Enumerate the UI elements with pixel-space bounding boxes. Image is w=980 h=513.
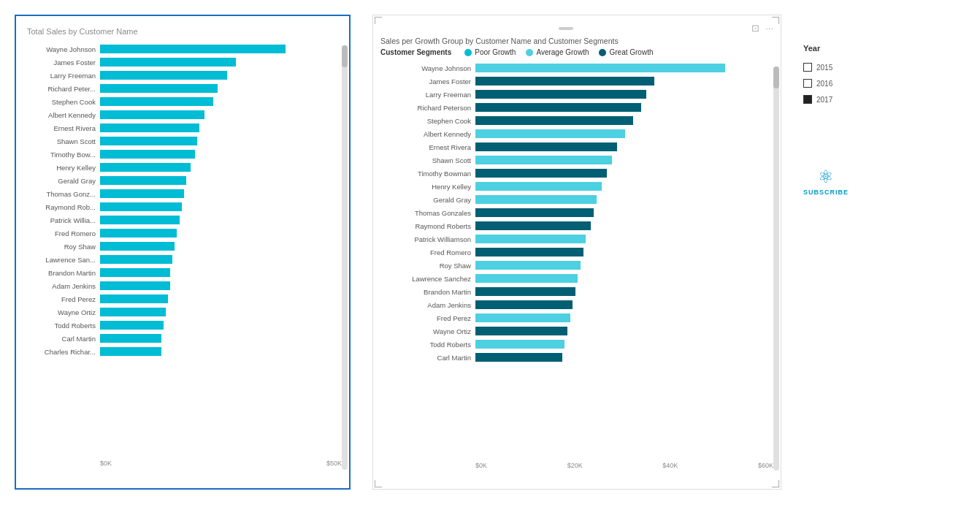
right-bar-fill [475, 142, 617, 151]
right-bar-row: Brandon Martin [380, 286, 773, 297]
legend-dot-avg [526, 49, 533, 56]
left-bar-row: Carl Martin [23, 332, 342, 344]
legend-dot-great [599, 49, 606, 56]
left-bar-row: Timothy Bow... [23, 148, 342, 160]
left-bar-label: James Foster [23, 58, 100, 66]
left-bar-label: Henry Kelley [23, 164, 100, 172]
left-bar-fill [100, 189, 184, 198]
left-bar-area [100, 346, 342, 357]
charts-container: Total Sales by Customer Name Wayne Johns… [0, 0, 980, 513]
right-bar-label: Timothy Bowman [380, 170, 475, 178]
right-bar-row: Henry Kelley [380, 180, 773, 192]
left-bar-row: Stephen Cook [23, 96, 342, 107]
left-bar-row: Fred Romero [23, 227, 342, 239]
left-bar-area [100, 293, 342, 305]
right-bar-label: Patrick Williamson [380, 235, 475, 243]
right-bar-area [475, 338, 773, 350]
right-bar-area [475, 233, 773, 245]
right-bar-fill [475, 327, 567, 335]
right-bar-label: Henry Kelley [380, 183, 475, 191]
year-checkbox-2015[interactable] [803, 63, 812, 72]
year-label-2015: 2015 [816, 64, 832, 72]
right-bar-row: Shawn Scott [380, 154, 773, 166]
right-bar-label: Richard Peterson [380, 104, 475, 112]
left-chart-title: Total Sales by Customer Name [23, 27, 342, 36]
right-bar-area [475, 154, 773, 166]
left-bar-label: Stephen Cook [23, 98, 100, 106]
right-bar-label: Larry Freeman [380, 91, 475, 99]
left-bar-area [100, 135, 342, 147]
drag-handle[interactable] [559, 27, 573, 30]
expand-icon[interactable]: ⊡ [751, 23, 759, 34]
left-bar-fill [100, 229, 177, 238]
left-bar-row: Shawn Scott [23, 135, 342, 147]
rx-label-3: $60K [758, 462, 773, 469]
right-bar-label: Fred Romero [380, 248, 475, 256]
left-bar-fill [100, 176, 186, 185]
right-bar-area [475, 102, 773, 113]
right-bar-row: Fred Romero [380, 246, 773, 258]
left-bar-fill [100, 321, 164, 330]
right-bar-label: Fred Perez [380, 314, 475, 322]
right-bar-fill [475, 314, 570, 322]
left-bar-label: Albert Kennedy [23, 111, 100, 119]
year-item-2017[interactable]: 2017 [803, 95, 849, 104]
right-bar-row: Timothy Bowman [380, 167, 773, 179]
right-bar-fill [475, 116, 633, 125]
right-bar-area [475, 62, 773, 74]
year-legend: Year 2015 2016 2017 [803, 22, 849, 104]
left-bar-row: Charles Richar... [23, 346, 342, 357]
left-bar-label: Wayne Johnson [23, 45, 100, 53]
right-bar-row: Wayne Johnson [380, 62, 773, 74]
right-scrollbar[interactable] [773, 66, 779, 471]
right-sidebar: Year 2015 2016 2017 ⚛ SUBSCRIBE [803, 15, 849, 196]
year-item-2016[interactable]: 2016 [803, 79, 849, 88]
right-bar-fill [475, 261, 581, 270]
corner-br [772, 480, 779, 487]
right-scrollbar-thumb[interactable] [773, 66, 779, 88]
left-bar-area [100, 122, 342, 134]
right-chart-header: ⊡ ··· [380, 23, 773, 34]
right-bar-row: Lawrence Sanchez [380, 273, 773, 284]
left-bar-row: Roy Shaw [23, 240, 342, 252]
left-bar-fill [100, 97, 213, 106]
year-item-2015[interactable]: 2015 [803, 63, 849, 72]
left-bar-row: Larry Freeman [23, 69, 342, 81]
left-bar-area [100, 332, 342, 344]
right-bar-area [475, 273, 773, 284]
left-chart: Total Sales by Customer Name Wayne Johns… [15, 15, 351, 490]
left-scrollbar-thumb[interactable] [342, 45, 348, 67]
left-bar-fill [100, 71, 227, 80]
right-bar-area [475, 312, 773, 324]
right-bar-area [475, 299, 773, 311]
right-bar-fill [475, 156, 612, 164]
left-bar-label: Charles Richar... [23, 348, 100, 356]
right-bar-fill [475, 300, 573, 309]
right-bar-area [475, 128, 773, 140]
left-bar-row: Adam Jenkins [23, 280, 342, 292]
right-bar-label: Stephen Cook [380, 117, 475, 125]
year-checkbox-2016[interactable] [803, 79, 812, 88]
more-icon[interactable]: ··· [765, 23, 773, 34]
right-bar-fill [475, 195, 597, 204]
legend-label-great: Great Growth [609, 48, 653, 56]
right-bar-fill [475, 221, 591, 230]
left-bar-area [100, 306, 342, 318]
left-bar-area [100, 214, 342, 226]
right-bar-row: Fred Perez [380, 312, 773, 324]
left-bar-label: Wayne Ortiz [23, 308, 100, 316]
left-bar-area [100, 162, 342, 173]
right-chart: ⊡ ··· Sales per Growth Group by Customer… [372, 15, 781, 490]
dna-icon: ⚛ [818, 167, 834, 187]
left-scrollbar[interactable] [342, 45, 348, 470]
subscribe-section: ⚛ SUBSCRIBE [803, 108, 849, 196]
left-bar-fill [100, 163, 191, 172]
right-bar-area [475, 246, 773, 258]
right-bar-area [475, 286, 773, 297]
left-bar-fill [100, 202, 182, 211]
right-bar-label: Carl Martin [380, 354, 475, 362]
year-checkbox-2017[interactable] [803, 95, 812, 104]
left-bar-fill [100, 347, 161, 356]
right-bar-label: Shawn Scott [380, 156, 475, 164]
subscribe-text[interactable]: SUBSCRIBE [803, 189, 849, 196]
